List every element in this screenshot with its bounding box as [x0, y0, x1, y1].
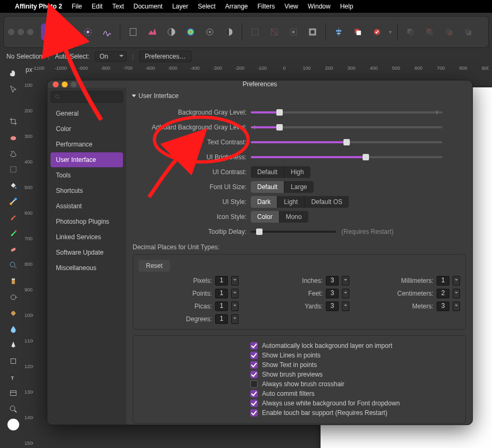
unit-value[interactable]: 2: [437, 289, 449, 298]
menu-select[interactable]: Select: [198, 3, 215, 10]
unit-value[interactable]: 3: [326, 289, 339, 298]
paint-mixer-brush-tool-icon[interactable]: [6, 226, 21, 241]
sidebar-item-performance[interactable]: Performance: [51, 137, 123, 152]
unit-value[interactable]: 3: [326, 302, 339, 311]
unit-stepper[interactable]: [231, 289, 239, 298]
unit-stepper[interactable]: [453, 302, 460, 311]
prefs-min-icon[interactable]: [62, 82, 68, 87]
segment-option[interactable]: Default: [251, 166, 284, 178]
unit-value[interactable]: 1: [215, 314, 228, 324]
flood-select-tool-icon[interactable]: [6, 146, 21, 161]
pen-tool-icon[interactable]: [6, 338, 21, 353]
insert-target-icon[interactable]: [368, 23, 386, 40]
sidebar-item-software-update[interactable]: Software Update: [51, 245, 123, 260]
assets-tool-icon[interactable]: [6, 386, 21, 401]
text-contrast-slider[interactable]: [251, 137, 442, 148]
hand-tool-icon[interactable]: [6, 66, 21, 81]
arrange-icon[interactable]: [349, 23, 366, 40]
segment-option[interactable]: High: [284, 166, 310, 178]
unit-value[interactable]: 3: [437, 302, 449, 311]
ui-contrast-segmented[interactable]: DefaultHigh: [251, 166, 310, 178]
gradient-tool-icon[interactable]: [6, 194, 21, 209]
segment-option[interactable]: Dark: [251, 196, 277, 208]
erase-brush-tool-icon[interactable]: [6, 242, 21, 257]
traffic-max-icon[interactable]: [27, 29, 34, 35]
menu-file[interactable]: File: [72, 3, 82, 10]
icon-style-segmented[interactable]: ColorMono: [251, 211, 308, 223]
selection-invert-icon[interactable]: [285, 23, 302, 40]
artboard-gray-slider[interactable]: [251, 122, 442, 133]
menu-layer[interactable]: Layer: [172, 3, 188, 10]
checkbox[interactable]: [250, 352, 258, 359]
toggle-selection-icon[interactable]: [304, 23, 321, 40]
menu-arrange[interactable]: Arrange: [225, 3, 248, 10]
zoom-tool-2-icon[interactable]: [6, 402, 21, 417]
checkbox[interactable]: [250, 390, 258, 397]
selection-clear-icon[interactable]: [266, 23, 283, 40]
menu-edit[interactable]: Edit: [92, 3, 103, 10]
sidebar-item-assistant[interactable]: Assistant: [51, 199, 123, 214]
selection-brush-tool-icon[interactable]: [6, 130, 21, 145]
flood-fill-tool-icon[interactable]: [6, 178, 21, 193]
dodge-tool-icon[interactable]: [6, 290, 21, 305]
menu-document[interactable]: Document: [134, 3, 163, 10]
white-balance-icon[interactable]: [201, 23, 218, 40]
unit-stepper[interactable]: [231, 302, 239, 311]
unit-value[interactable]: 1: [215, 276, 228, 286]
checkbox[interactable]: [250, 371, 258, 378]
unit-stepper[interactable]: [453, 276, 460, 286]
sidebar-item-linked-services[interactable]: Linked Services: [51, 230, 123, 245]
unit-value[interactable]: 1: [437, 276, 449, 286]
traffic-min-icon[interactable]: [18, 29, 24, 35]
shape-tool-icon[interactable]: [6, 354, 21, 369]
foreground-color-swatch[interactable]: [7, 419, 19, 430]
sidebar-item-shortcuts[interactable]: Shortcuts: [51, 183, 123, 198]
preferences-button[interactable]: Preferences…: [139, 51, 192, 62]
traffic-close-icon[interactable]: [8, 29, 14, 35]
menu-help[interactable]: Help: [340, 3, 354, 10]
menu-filters[interactable]: Filters: [258, 3, 275, 10]
checkbox[interactable]: [250, 380, 258, 388]
app-menu[interactable]: Affinity Photo 2: [15, 3, 62, 10]
menu-text[interactable]: Text: [112, 3, 124, 10]
tone-map-persona-icon[interactable]: [99, 23, 116, 40]
section-header[interactable]: User Interface: [133, 88, 466, 104]
sidebar-item-general[interactable]: General: [51, 106, 123, 121]
checkbox[interactable]: [250, 400, 258, 407]
color-picker-tool-icon[interactable]: [6, 98, 21, 113]
tooltip-delay-slider[interactable]: [251, 226, 336, 237]
bg-gray-slider[interactable]: [251, 107, 442, 118]
unit-stepper[interactable]: [231, 314, 239, 324]
unit-stepper[interactable]: [231, 276, 239, 286]
preferences-search[interactable]: [51, 91, 123, 103]
segment-option[interactable]: Color: [251, 211, 280, 223]
sidebar-item-miscellaneous[interactable]: Miscellaneous: [51, 260, 123, 275]
hsl-icon[interactable]: [182, 23, 199, 40]
develop-persona-icon[interactable]: [79, 23, 96, 40]
menu-window[interactable]: Window: [308, 3, 331, 10]
unit-value[interactable]: 3: [326, 276, 339, 286]
sidebar-item-user-interface[interactable]: User Interface: [51, 152, 123, 167]
unit-stepper[interactable]: [342, 302, 349, 311]
photo-persona-icon[interactable]: [41, 23, 58, 40]
quick-mask-icon[interactable]: [247, 23, 264, 40]
curves-icon[interactable]: [163, 23, 180, 40]
segment-option[interactable]: Mono: [280, 211, 308, 223]
segment-option[interactable]: Default OS: [305, 196, 349, 208]
ui-style-segmented[interactable]: DarkLightDefault OS: [251, 196, 349, 208]
menu-view[interactable]: View: [284, 3, 298, 10]
marquee-tool-icon[interactable]: [6, 162, 21, 177]
sidebar-item-tools[interactable]: Tools: [51, 168, 123, 183]
reset-button[interactable]: Reset: [138, 260, 170, 272]
clone-tool-icon[interactable]: [6, 274, 21, 289]
checkbox[interactable]: [250, 342, 258, 349]
unit-stepper[interactable]: [453, 289, 460, 298]
text-tool-icon[interactable]: T: [6, 370, 21, 385]
font-ui-segmented[interactable]: DefaultLarge: [251, 181, 314, 193]
healing-brush-tool-icon[interactable]: [6, 306, 21, 321]
prefs-close-icon[interactable]: [53, 82, 59, 87]
checkbox[interactable]: [250, 409, 258, 417]
unit-value[interactable]: 1: [215, 289, 228, 298]
liquify-persona-icon[interactable]: [60, 23, 77, 40]
segment-option[interactable]: Default: [251, 181, 284, 193]
